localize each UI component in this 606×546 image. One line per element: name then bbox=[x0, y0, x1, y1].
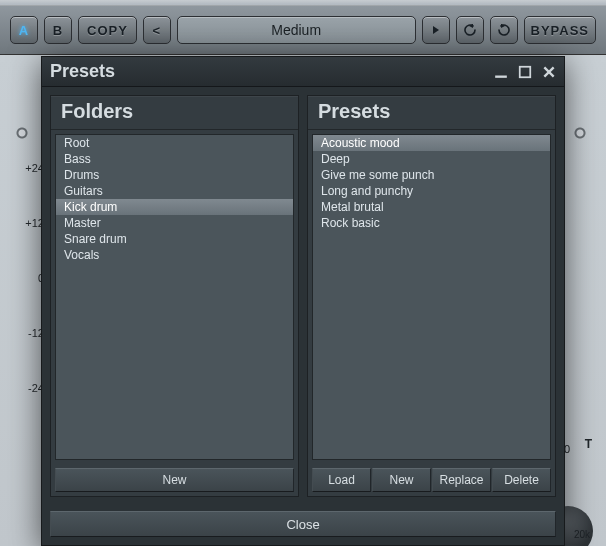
chevron-right-icon bbox=[431, 25, 441, 35]
close-button[interactable]: Close bbox=[50, 511, 556, 537]
svg-rect-1 bbox=[520, 66, 531, 77]
preset-load-button[interactable]: Load bbox=[312, 468, 371, 492]
toolbar: A B COPY < Medium BYPASS bbox=[0, 5, 606, 55]
folder-item[interactable]: Snare drum bbox=[56, 231, 293, 247]
copy-button[interactable]: COPY bbox=[78, 16, 137, 44]
next-preset-button[interactable] bbox=[422, 16, 450, 44]
maximize-button[interactable] bbox=[518, 65, 532, 79]
preset-item[interactable]: Metal brutal bbox=[313, 199, 550, 215]
presets-buttons: Load New Replace Delete bbox=[308, 464, 555, 496]
folders-pane: Folders RootBassDrumsGuitarsKick drumMas… bbox=[50, 95, 299, 497]
preset-item[interactable]: Long and punchy bbox=[313, 183, 550, 199]
folder-item[interactable]: Vocals bbox=[56, 247, 293, 263]
presets-list[interactable]: Acoustic moodDeepGive me some punchLong … bbox=[312, 134, 551, 460]
preset-item[interactable]: Give me some punch bbox=[313, 167, 550, 183]
presets-pane: Presets Acoustic moodDeepGive me some pu… bbox=[307, 95, 556, 497]
folder-item[interactable]: Guitars bbox=[56, 183, 293, 199]
folder-item[interactable]: Drums bbox=[56, 167, 293, 183]
ab-b-button[interactable]: B bbox=[44, 16, 72, 44]
dialog-footer: Close bbox=[42, 505, 564, 545]
folder-new-button[interactable]: New bbox=[55, 468, 294, 492]
undo-icon bbox=[464, 24, 476, 36]
preset-new-button[interactable]: New bbox=[372, 468, 431, 492]
folder-item[interactable]: Bass bbox=[56, 151, 293, 167]
preset-item[interactable]: Deep bbox=[313, 151, 550, 167]
minimize-button[interactable] bbox=[494, 65, 508, 79]
dialog-body: Folders RootBassDrumsGuitarsKick drumMas… bbox=[42, 87, 564, 505]
preset-item[interactable]: Acoustic mood bbox=[313, 135, 550, 151]
dialog-titlebar[interactable]: Presets bbox=[42, 57, 564, 87]
preset-delete-button[interactable]: Delete bbox=[492, 468, 551, 492]
window-close-button[interactable] bbox=[542, 65, 556, 79]
preset-replace-button[interactable]: Replace bbox=[432, 468, 491, 492]
presets-dialog: Presets Folders RootBassDrumsGuitarsKick… bbox=[41, 56, 565, 546]
ab-a-button[interactable]: A bbox=[10, 16, 38, 44]
bypass-button[interactable]: BYPASS bbox=[524, 16, 597, 44]
folder-item[interactable]: Kick drum bbox=[56, 199, 293, 215]
folders-list[interactable]: RootBassDrumsGuitarsKick drumMasterSnare… bbox=[55, 134, 294, 460]
presets-heading: Presets bbox=[308, 96, 555, 130]
folder-item[interactable]: Master bbox=[56, 215, 293, 231]
freq-20k-label: 20k bbox=[574, 529, 590, 540]
dialog-title: Presets bbox=[50, 61, 484, 82]
preset-name-display[interactable]: Medium bbox=[177, 16, 416, 44]
preset-item[interactable]: Rock basic bbox=[313, 215, 550, 231]
out-label: T bbox=[585, 437, 592, 451]
undo-button[interactable] bbox=[456, 16, 484, 44]
redo-button[interactable] bbox=[490, 16, 518, 44]
folder-item[interactable]: Root bbox=[56, 135, 293, 151]
svg-rect-0 bbox=[495, 75, 507, 77]
folders-heading: Folders bbox=[51, 96, 298, 130]
prev-preset-button[interactable]: < bbox=[143, 16, 171, 44]
redo-icon bbox=[498, 24, 510, 36]
folders-buttons: New bbox=[51, 464, 298, 496]
